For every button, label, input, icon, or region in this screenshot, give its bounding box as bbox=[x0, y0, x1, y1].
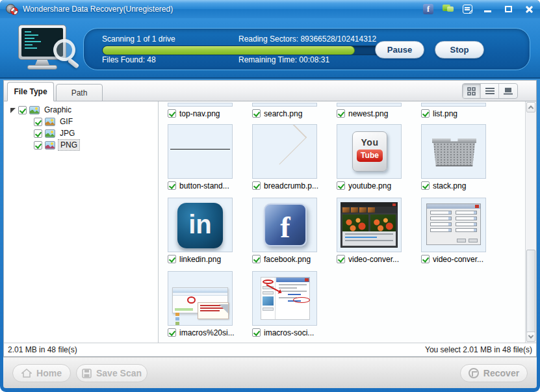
chevron-down-icon bbox=[528, 333, 534, 338]
tree-label-gif[interactable]: GIF bbox=[58, 116, 75, 127]
file-thumbnail[interactable]: You Tube bbox=[337, 124, 402, 179]
tree-label-graphic[interactable]: Graphic bbox=[42, 105, 73, 115]
file-name: breadcrumb.p... bbox=[264, 181, 318, 190]
file-item[interactable]: imacros%20si... bbox=[168, 271, 233, 337]
file-name: linkedin.png bbox=[179, 255, 221, 264]
file-item[interactable]: f facebook.png bbox=[252, 198, 317, 264]
tree-node-graphic[interactable]: Graphic bbox=[4, 104, 158, 116]
list-view-button[interactable] bbox=[481, 84, 499, 98]
file-checkbox[interactable] bbox=[252, 181, 261, 190]
app-window: Wondershare Data Recovery(Unregistered) … bbox=[0, 0, 540, 392]
save-scan-button[interactable]: Save Scan bbox=[76, 364, 148, 382]
home-button[interactable]: Home bbox=[12, 364, 71, 382]
file-thumbnail[interactable] bbox=[252, 271, 317, 326]
file-checkbox[interactable] bbox=[252, 328, 261, 337]
file-thumbnail[interactable] bbox=[252, 103, 317, 107]
stack-thumbnail bbox=[432, 138, 476, 143]
gif-icon bbox=[45, 118, 55, 126]
file-thumbnail[interactable] bbox=[252, 124, 317, 179]
status-bar: 2.01 MB in 48 file(s) You select 2.01 MB… bbox=[4, 343, 536, 356]
tab-path[interactable]: Path bbox=[56, 84, 103, 101]
file-thumbnail[interactable] bbox=[421, 198, 486, 252]
file-checkbox[interactable] bbox=[252, 109, 261, 118]
file-item[interactable]: list.png bbox=[421, 101, 486, 118]
file-thumbnail[interactable] bbox=[421, 124, 486, 179]
file-thumbnail[interactable] bbox=[337, 198, 402, 252]
file-name: stack.png bbox=[433, 181, 466, 190]
graphic-checkbox[interactable] bbox=[18, 106, 27, 114]
file-name: top-nav.png bbox=[179, 109, 220, 118]
file-thumbnail[interactable] bbox=[168, 124, 233, 179]
file-item[interactable]: video-conver... bbox=[421, 198, 486, 264]
file-thumbnail[interactable]: f bbox=[252, 198, 317, 252]
file-name: imacros-soci... bbox=[264, 328, 314, 337]
file-checkbox[interactable] bbox=[168, 328, 176, 337]
file-checkbox[interactable] bbox=[168, 109, 176, 118]
scroll-down-button[interactable] bbox=[526, 332, 535, 342]
tree-node-png[interactable]: PNG bbox=[4, 139, 158, 151]
preview-view-button[interactable] bbox=[499, 84, 517, 98]
grid-view-button[interactable] bbox=[463, 84, 481, 98]
file-item[interactable]: top-nav.png bbox=[168, 101, 233, 118]
feedback-icon[interactable] bbox=[443, 5, 454, 14]
youtube-logo-thumbnail: You Tube bbox=[352, 131, 387, 172]
graphic-icon bbox=[29, 106, 40, 114]
register-icon[interactable] bbox=[463, 5, 472, 14]
file-thumbnail[interactable] bbox=[337, 103, 402, 107]
scan-monitor-icon bbox=[14, 25, 77, 74]
file-checkbox[interactable] bbox=[337, 181, 345, 190]
file-thumbnail[interactable] bbox=[421, 103, 486, 107]
tree-label-jpg[interactable]: JPG bbox=[58, 128, 77, 138]
close-button[interactable] bbox=[523, 4, 535, 14]
file-name: search.png bbox=[264, 109, 302, 118]
recover-button[interactable]: Recover bbox=[460, 364, 528, 382]
imacros-screenshot-thumbnail bbox=[172, 287, 228, 313]
gif-checkbox[interactable] bbox=[34, 118, 42, 126]
jpg-checkbox[interactable] bbox=[34, 129, 42, 138]
maximize-icon bbox=[505, 6, 512, 12]
file-item[interactable]: newest.png bbox=[337, 101, 402, 118]
tree-node-gif[interactable]: GIF bbox=[4, 116, 158, 127]
tab-file-type[interactable]: File Type bbox=[7, 82, 54, 101]
jpg-icon bbox=[45, 129, 55, 138]
file-checkbox[interactable] bbox=[168, 255, 176, 263]
tree-label-png[interactable]: PNG bbox=[58, 139, 80, 151]
file-item[interactable]: button-stand... bbox=[168, 124, 233, 190]
scanning-status: Scanning 1 of 1 drive bbox=[102, 34, 238, 44]
file-thumbnail[interactable] bbox=[168, 103, 233, 107]
file-item[interactable]: breadcrumb.p... bbox=[252, 124, 317, 190]
expander-icon[interactable] bbox=[10, 108, 16, 113]
minimize-button[interactable] bbox=[482, 4, 493, 14]
scroll-up-button[interactable] bbox=[526, 102, 535, 112]
png-checkbox[interactable] bbox=[34, 141, 42, 150]
file-item[interactable]: video-conver... bbox=[337, 198, 402, 264]
settings-dialog-thumbnail bbox=[426, 203, 481, 245]
grid-scrollbar[interactable] bbox=[525, 101, 536, 343]
file-item[interactable]: stack.png bbox=[421, 124, 486, 190]
file-thumbnail[interactable]: in bbox=[168, 198, 233, 252]
file-item[interactable]: imacros-soci... bbox=[252, 271, 317, 337]
file-checkbox[interactable] bbox=[421, 181, 430, 190]
file-checkbox[interactable] bbox=[421, 109, 430, 118]
file-name: video-conver... bbox=[348, 255, 399, 264]
facebook-icon[interactable]: f bbox=[423, 4, 433, 14]
stop-button[interactable]: Stop bbox=[435, 41, 484, 59]
home-icon bbox=[21, 369, 32, 378]
file-thumbnail[interactable] bbox=[168, 271, 233, 326]
total-size-label: 2.01 MB in 48 file(s) bbox=[8, 345, 77, 354]
grid-view-icon bbox=[467, 87, 476, 96]
file-checkbox[interactable] bbox=[337, 255, 345, 263]
close-icon bbox=[525, 5, 533, 13]
file-name: button-stand... bbox=[179, 181, 229, 190]
file-type-tree: Graphic GIF JPG PNG bbox=[4, 101, 159, 343]
file-checkbox[interactable] bbox=[252, 255, 261, 263]
file-checkbox[interactable] bbox=[337, 109, 345, 118]
tree-node-jpg[interactable]: JPG bbox=[4, 127, 158, 139]
maximize-button[interactable] bbox=[502, 4, 514, 14]
scrollbar-thumb[interactable] bbox=[526, 250, 535, 334]
file-checkbox[interactable] bbox=[168, 181, 176, 190]
file-item[interactable]: search.png bbox=[252, 101, 317, 118]
file-item[interactable]: You Tube youtube.png bbox=[337, 124, 402, 190]
file-checkbox[interactable] bbox=[421, 255, 430, 263]
file-item[interactable]: in linkedin.png bbox=[168, 198, 233, 264]
